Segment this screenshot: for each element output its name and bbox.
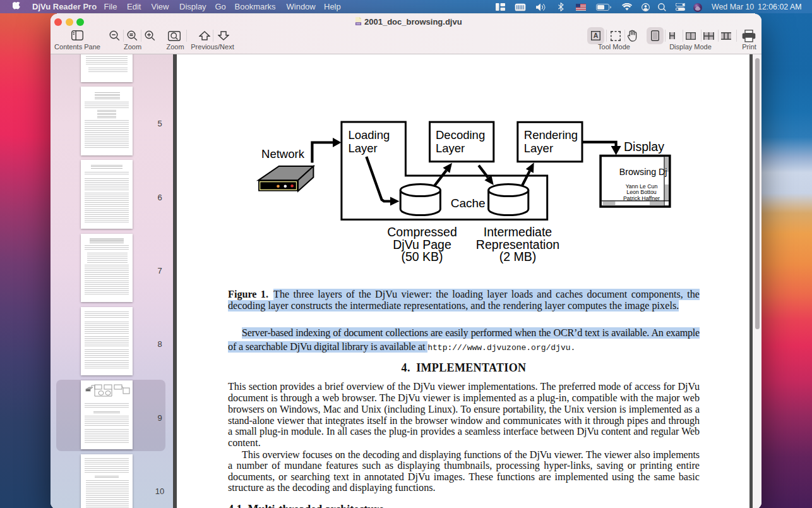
svg-text:Decoding: Decoding bbox=[436, 128, 485, 142]
svg-text:(2 MB): (2 MB) bbox=[499, 250, 537, 263]
svg-text:Rendering: Rendering bbox=[524, 128, 578, 142]
svg-text:(50 KB): (50 KB) bbox=[401, 250, 443, 263]
svg-text:Browsing Dj: Browsing Dj bbox=[619, 167, 667, 177]
svg-text:Layer: Layer bbox=[348, 142, 377, 155]
svg-text:Network: Network bbox=[261, 147, 305, 160]
svg-text:Display: Display bbox=[624, 140, 664, 154]
svg-text:Loading: Loading bbox=[348, 128, 390, 142]
svg-text:Layer: Layer bbox=[524, 142, 553, 155]
svg-text:Yann Le Cun: Yann Le Cun bbox=[626, 183, 658, 190]
svg-text:Layer: Layer bbox=[436, 142, 465, 155]
svg-text:Leon Bottou: Leon Bottou bbox=[626, 189, 657, 195]
svg-text:A: A bbox=[594, 32, 599, 39]
svg-text:Cache: Cache bbox=[451, 197, 486, 210]
svg-text:Patrick Haffner: Patrick Haffner bbox=[623, 195, 660, 202]
